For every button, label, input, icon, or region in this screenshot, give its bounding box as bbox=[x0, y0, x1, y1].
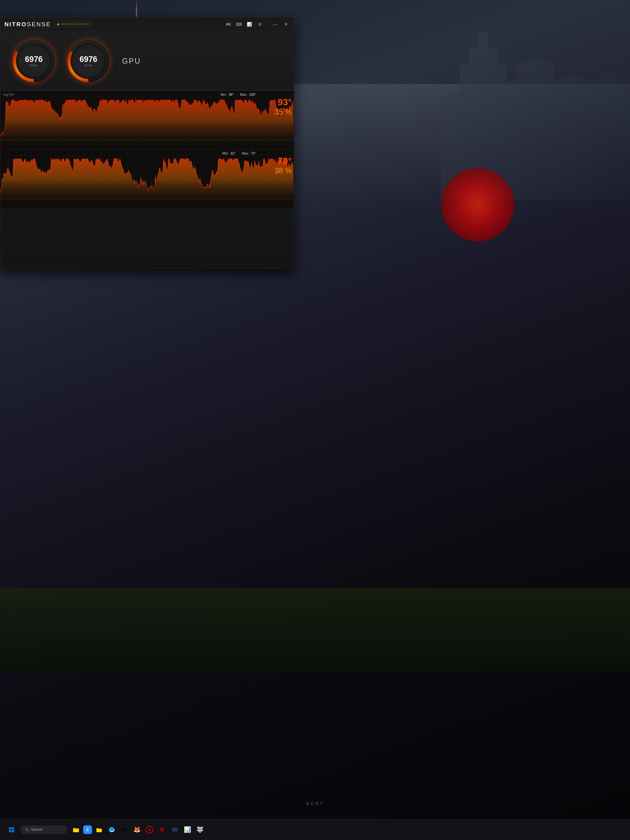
taskbar-search-bar[interactable]: Search bbox=[21, 826, 67, 834]
geforce-label: GEFORCE EXPERIENCE bbox=[61, 23, 90, 25]
taskbar-files[interactable] bbox=[94, 824, 104, 835]
fan-gauge-2: 6976 RPM bbox=[68, 40, 109, 82]
controller-icon[interactable]: 🎮 bbox=[225, 21, 231, 27]
graph-canvas-2 bbox=[0, 150, 294, 208]
word-icon: W bbox=[172, 826, 177, 833]
title-suffix: SENSE bbox=[27, 21, 51, 27]
store-icon: 🛍 bbox=[122, 826, 127, 833]
taskbar: Search Z bbox=[0, 819, 630, 840]
graph-section: ing (%) Min: 39° Max: 100° 93° 35 % bbox=[0, 90, 294, 208]
firefox-icon: 🦊 bbox=[133, 826, 141, 833]
fan-section: 6976 RPM 6976 RPM GPU bbox=[0, 32, 294, 90]
file-explorer-icon bbox=[73, 826, 79, 833]
bg-ground bbox=[0, 588, 630, 672]
graph-min-label-1: Min: 39° bbox=[221, 93, 234, 96]
svg-point-4 bbox=[25, 828, 28, 831]
search-label: Search bbox=[31, 827, 43, 832]
bg-red-circle bbox=[441, 168, 515, 242]
graph-temp-1: 93° bbox=[275, 97, 292, 107]
graph-stats-2: Min: 31° Max: 71° bbox=[223, 152, 256, 155]
graph-max-label-2: Max: 71° bbox=[242, 152, 256, 155]
settings-icon[interactable]: ⚙ bbox=[257, 21, 263, 27]
files-icon bbox=[96, 826, 103, 833]
wolf-icon: 🐺 bbox=[196, 826, 204, 833]
keyboard-icon[interactable]: ⌨ bbox=[235, 21, 242, 27]
fan-gauge-1: 6976 RPM bbox=[13, 40, 55, 82]
graph-panel-1: ing (%) Min: 39° Max: 100° 93° 35 % bbox=[0, 90, 294, 149]
close-button[interactable]: ✕ bbox=[283, 21, 290, 27]
graph-label-1: ing (%) bbox=[3, 93, 14, 96]
fan-unit-2: RPM bbox=[84, 64, 92, 67]
graph-pct-1: 35 % bbox=[275, 107, 292, 116]
fan-ring-inner-2: 6976 RPM bbox=[71, 43, 106, 79]
taskbar-firefox[interactable]: 🦊 bbox=[131, 824, 142, 835]
graph-canvas-1 bbox=[0, 91, 294, 149]
graph-values-2: 70° 38 % bbox=[275, 156, 292, 175]
geforce-icon bbox=[57, 23, 60, 26]
fan-rpm-1: 6976 bbox=[25, 55, 43, 64]
taskbar-zoom[interactable]: Z bbox=[83, 825, 92, 834]
svg-rect-8 bbox=[74, 829, 79, 830]
title-bar: NITROSENSE GEFORCE EXPERIENCE 🎮 ⌨ 📊 ⚙ — … bbox=[0, 17, 294, 32]
taskbar-chart[interactable]: 📊 bbox=[182, 824, 193, 835]
svg-rect-3 bbox=[12, 830, 14, 832]
start-button[interactable] bbox=[6, 824, 17, 835]
fan-ring-inner-1: 6976 RPM bbox=[16, 43, 52, 79]
svg-rect-2 bbox=[9, 830, 11, 832]
taskbar-nitrosense[interactable]: N bbox=[157, 824, 167, 835]
fan-rpm-2: 6976 bbox=[80, 55, 98, 64]
circle-app-icon bbox=[146, 826, 153, 834]
svg-rect-10 bbox=[96, 828, 99, 829]
taskbar-circle-app[interactable] bbox=[144, 824, 155, 835]
title-prefix: NITRO bbox=[5, 21, 27, 27]
svg-line-5 bbox=[27, 830, 28, 831]
graph-max-label-1: Max: 100° bbox=[240, 93, 256, 96]
taskbar-store[interactable]: 🛍 bbox=[119, 824, 130, 835]
title-left: NITROSENSE GEFORCE EXPERIENCE bbox=[5, 21, 92, 28]
taskbar-edge[interactable] bbox=[106, 824, 117, 835]
geforce-badge[interactable]: GEFORCE EXPERIENCE bbox=[54, 22, 92, 27]
waveform-icon[interactable]: 📊 bbox=[246, 21, 253, 27]
svg-rect-7 bbox=[73, 828, 76, 829]
title-icons: 🎮 ⌨ 📊 ⚙ — ✕ bbox=[225, 21, 290, 27]
laptop-brand: acer bbox=[306, 800, 324, 807]
search-icon bbox=[25, 828, 29, 832]
window-controls: — ✕ bbox=[271, 21, 290, 27]
taskbar-wolf[interactable]: 🐺 bbox=[194, 824, 205, 835]
graph-pct-2: 38 % bbox=[275, 166, 292, 175]
graph-values-1: 93° 35 % bbox=[275, 97, 292, 116]
graph-min-label-2: Min: 31° bbox=[223, 152, 235, 155]
nitrosense-n-icon: N bbox=[160, 826, 164, 833]
zoom-label: Z bbox=[86, 827, 89, 832]
taskbar-file-explorer[interactable] bbox=[71, 824, 82, 835]
graph-stats-1: Min: 39° Max: 100° bbox=[221, 93, 256, 96]
chart-icon: 📊 bbox=[184, 826, 191, 833]
desktop: NITROSENSE GEFORCE EXPERIENCE 🎮 ⌨ 📊 ⚙ — … bbox=[0, 0, 630, 840]
windows-icon bbox=[8, 827, 15, 833]
taskbar-word[interactable]: W bbox=[169, 824, 180, 835]
edge-icon bbox=[108, 826, 115, 833]
svg-rect-1 bbox=[12, 827, 14, 829]
minimize-button[interactable]: — bbox=[271, 21, 279, 27]
svg-rect-0 bbox=[9, 827, 11, 829]
app-title: NITROSENSE bbox=[5, 21, 51, 28]
fan-unit-1: RPM bbox=[30, 64, 38, 67]
gpu-label: GPU bbox=[122, 57, 141, 66]
nitrosense-window: NITROSENSE GEFORCE EXPERIENCE 🎮 ⌨ 📊 ⚙ — … bbox=[0, 17, 294, 269]
graph-panel-2: Min: 31° Max: 71° 70° 38 % bbox=[0, 149, 294, 208]
graph-temp-2: 70° bbox=[275, 156, 292, 166]
